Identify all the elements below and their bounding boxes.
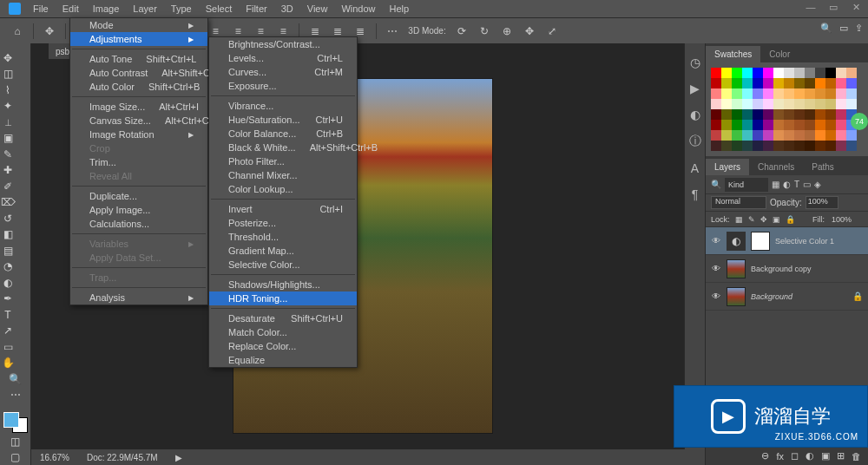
swatch[interactable] xyxy=(794,109,805,120)
menu-item[interactable]: Auto ColorShift+Ctrl+B xyxy=(70,80,207,94)
swatch[interactable] xyxy=(763,109,773,120)
paragraph-panel-icon[interactable]: ¶ xyxy=(692,187,699,201)
swatch[interactable] xyxy=(784,88,794,99)
menu-item[interactable]: Black & White...Alt+Shift+Ctrl+B xyxy=(209,141,357,154)
menu-item[interactable]: Channel Mixer... xyxy=(209,168,357,182)
swatch[interactable] xyxy=(805,130,815,141)
zoom-value[interactable]: 16.67% xyxy=(40,453,69,462)
menu-item[interactable]: Image Size...Alt+Ctrl+I xyxy=(70,100,207,114)
move-tool-icon[interactable]: ✥ xyxy=(43,24,56,38)
filter-pixel-icon[interactable]: ▦ xyxy=(772,180,779,189)
lasso-tool-icon[interactable]: ⌇ xyxy=(0,82,16,98)
swatch[interactable] xyxy=(721,109,732,120)
swatch[interactable] xyxy=(846,130,857,141)
swatch[interactable] xyxy=(773,109,784,120)
more-icon[interactable]: ⋯ xyxy=(385,24,399,38)
menu-file[interactable]: File xyxy=(26,3,56,14)
swatch[interactable] xyxy=(825,120,836,130)
swatch[interactable] xyxy=(732,120,742,130)
shape-tool-icon[interactable]: ▭ xyxy=(0,339,16,355)
search-icon[interactable]: 🔍 xyxy=(711,180,721,189)
menu-item[interactable]: Posterize... xyxy=(209,216,357,230)
fill-input[interactable]: 100% xyxy=(830,215,863,224)
swatch[interactable] xyxy=(742,78,753,88)
swatch[interactable] xyxy=(784,120,794,130)
3d-orbit-icon[interactable]: ⟳ xyxy=(455,24,469,38)
swatch[interactable] xyxy=(711,120,721,130)
swatch[interactable] xyxy=(753,78,763,88)
swatch[interactable] xyxy=(825,78,836,88)
menu-item[interactable]: Threshold... xyxy=(209,230,357,244)
swatch[interactable] xyxy=(836,68,846,78)
stamp-tool-icon[interactable]: ⌦ xyxy=(0,194,16,210)
swatch[interactable] xyxy=(711,130,721,141)
swatch[interactable] xyxy=(784,99,794,109)
swatch[interactable] xyxy=(763,78,773,88)
lock-artboard-icon[interactable]: ▣ xyxy=(773,215,780,224)
swatch[interactable] xyxy=(753,88,763,99)
swatch[interactable] xyxy=(732,78,742,88)
adjustment-icon[interactable]: ◐ xyxy=(806,450,814,462)
menu-item[interactable]: Trim... xyxy=(70,155,207,169)
home-icon[interactable]: ⌂ xyxy=(10,24,24,38)
trash-icon[interactable]: 🗑 xyxy=(852,451,861,462)
minimize-icon[interactable]: — xyxy=(804,2,818,13)
swatch[interactable] xyxy=(794,68,805,78)
swatch[interactable] xyxy=(815,109,825,120)
notification-badge[interactable]: 74 xyxy=(851,113,868,130)
swatch[interactable] xyxy=(711,141,721,151)
swatch[interactable] xyxy=(711,109,721,120)
menu-item[interactable]: Duplicate... xyxy=(70,189,207,203)
menu-item[interactable]: Analysis xyxy=(70,291,207,305)
doc-info[interactable]: Doc: 22.9M/45.7M xyxy=(87,453,158,462)
3d-slide-icon[interactable]: ✥ xyxy=(523,24,536,38)
tab-layers[interactable]: Layers xyxy=(706,159,749,175)
group-icon[interactable]: ▣ xyxy=(821,450,830,462)
tab-color[interactable]: Color xyxy=(760,46,799,62)
wand-tool-icon[interactable]: ✦ xyxy=(0,98,16,114)
swatch[interactable] xyxy=(732,68,742,78)
menu-window[interactable]: Window xyxy=(334,3,382,14)
adjustments-submenu[interactable]: Brightness/Contrast...Levels...Ctrl+LCur… xyxy=(208,36,358,368)
swatch[interactable] xyxy=(742,109,753,120)
swatch[interactable] xyxy=(784,68,794,78)
gradient-tool-icon[interactable]: ▤ xyxy=(0,243,16,259)
visibility-icon[interactable]: 👁 xyxy=(711,264,721,273)
swatch[interactable] xyxy=(763,141,773,151)
swatch[interactable] xyxy=(836,99,846,109)
lock-all-icon[interactable]: ▦ xyxy=(735,215,743,224)
path-tool-icon[interactable]: ↗ xyxy=(0,323,16,338)
character-panel-icon[interactable]: A xyxy=(691,161,699,175)
swatch[interactable] xyxy=(773,130,784,141)
swatch[interactable] xyxy=(815,99,825,109)
menu-item[interactable]: Match Color... xyxy=(209,325,357,339)
menu-item[interactable]: Equalize xyxy=(209,353,357,367)
menu-item[interactable]: Auto ToneShift+Ctrl+L xyxy=(70,52,207,66)
swatch[interactable] xyxy=(773,68,784,78)
layer-name[interactable]: Background copy xyxy=(751,265,812,273)
swatch[interactable] xyxy=(711,88,721,99)
layer-name[interactable]: Selective Color 1 xyxy=(775,237,834,246)
swatch[interactable] xyxy=(825,99,836,109)
swatch[interactable] xyxy=(846,88,857,99)
menu-3d[interactable]: 3D xyxy=(274,3,300,14)
layer-kind-select[interactable]: Kind xyxy=(725,178,768,192)
swatch[interactable] xyxy=(711,68,721,78)
swatch[interactable] xyxy=(805,109,815,120)
swatch[interactable] xyxy=(742,99,753,109)
pen-tool-icon[interactable]: ✒ xyxy=(0,291,16,306)
filter-adjust-icon[interactable]: ◐ xyxy=(783,180,791,189)
swatch[interactable] xyxy=(721,78,732,88)
swatch[interactable] xyxy=(763,130,773,141)
swatch[interactable] xyxy=(794,141,805,151)
swatch[interactable] xyxy=(815,88,825,99)
swatch[interactable] xyxy=(711,99,721,109)
lock-pixel-icon[interactable]: ✎ xyxy=(748,215,755,224)
image-menu-dropdown[interactable]: ModeAdjustmentsAuto ToneShift+Ctrl+LAuto… xyxy=(69,17,208,305)
menu-image[interactable]: Image xyxy=(86,3,127,14)
swatch[interactable] xyxy=(742,130,753,141)
dodge-tool-icon[interactable]: ◐ xyxy=(0,275,16,291)
swatch[interactable] xyxy=(784,141,794,151)
menu-view[interactable]: View xyxy=(300,3,335,14)
swatch[interactable] xyxy=(753,141,763,151)
